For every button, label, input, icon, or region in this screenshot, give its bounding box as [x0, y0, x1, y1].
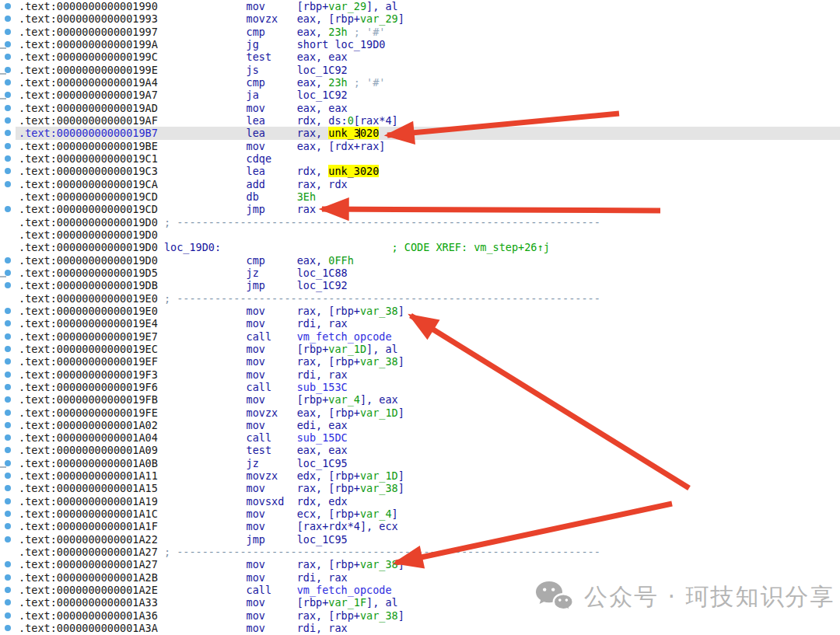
- disasm-line[interactable]: .text:0000000000001A04 call sub_15DC: [0, 431, 840, 444]
- disasm-line[interactable]: .text:00000000000019E4 mov rdi, rax: [0, 317, 840, 330]
- disasm-line[interactable]: .text:00000000000019A4 cmp eax, 23h ; '#…: [0, 76, 840, 89]
- disasm-line[interactable]: .text:00000000000019AD mov eax, eax: [0, 102, 840, 114]
- breakpoint-dot[interactable]: [5, 3, 11, 9]
- breakpoint-dot[interactable]: [5, 625, 11, 631]
- disasm-line[interactable]: .text:0000000000001A02 mov edi, eax: [0, 419, 840, 431]
- disasm-line[interactable]: .text:0000000000001A27 ; ---------------…: [0, 546, 840, 558]
- breakpoint-dot[interactable]: [5, 523, 11, 529]
- disasm-line[interactable]: .text:00000000000019D5 jz loc_1C88: [0, 267, 840, 279]
- disasm-line[interactable]: .text:0000000000001997 cmp eax, 23h ; '#…: [0, 26, 840, 38]
- disasm-line[interactable]: .text:00000000000019CA add rax, rdx: [0, 178, 840, 190]
- breakpoint-dot[interactable]: [5, 612, 11, 619]
- breakpoint-dot[interactable]: [5, 282, 11, 288]
- breakpoint-dot[interactable]: [5, 41, 11, 47]
- breakpoint-dot[interactable]: [5, 372, 11, 378]
- breakpoint-dot[interactable]: [5, 155, 11, 162]
- disasm-line[interactable]: .text:0000000000001A3A mov rdi, rax: [0, 622, 840, 634]
- breakpoint-dot[interactable]: [5, 473, 11, 479]
- disasm-line-text: .text:0000000000001A36 mov rax, [rbp+var…: [19, 609, 404, 622]
- disasm-line[interactable]: .text:00000000000019D0 loc_19D0: ; CODE …: [0, 241, 840, 253]
- breakpoint-dot[interactable]: [5, 384, 11, 390]
- disasm-line[interactable]: .text:00000000000019DB jmp loc_1C92: [0, 279, 840, 291]
- disasm-line-text: .text:00000000000019E0 ; ---------------…: [19, 292, 600, 305]
- disasm-line[interactable]: .text:0000000000001A1F mov [rax+rdx*4], …: [0, 520, 840, 532]
- disasm-line[interactable]: .text:0000000000001A09 test eax, eax: [0, 444, 840, 456]
- disasm-line[interactable]: .text:00000000000019C3 lea rdx, unk_3020: [0, 165, 840, 177]
- disasm-line[interactable]: .text:00000000000019FE movzx eax, [rbp+v…: [0, 406, 840, 419]
- disasm-line[interactable]: .text:00000000000019F6 call sub_153C: [0, 381, 840, 393]
- disasm-line[interactable]: .text:0000000000001A22 jmp loc_1C95: [0, 533, 840, 546]
- breakpoint-dot[interactable]: [5, 410, 11, 416]
- breakpoint-dot[interactable]: [5, 447, 11, 453]
- breakpoint-dot[interactable]: [5, 29, 11, 35]
- disasm-line[interactable]: .text:000000000000199A jg short loc_19D0: [0, 38, 840, 51]
- breakpoint-dot[interactable]: [5, 498, 11, 504]
- breakpoint-dot[interactable]: [5, 346, 11, 352]
- breakpoint-dot[interactable]: [5, 536, 11, 543]
- breakpoint-dot[interactable]: [5, 206, 11, 212]
- disasm-line[interactable]: .text:00000000000019F3 mov rdi, rax: [0, 368, 840, 381]
- disasm-line[interactable]: .text:0000000000001990 mov [rbp+var_29],…: [0, 0, 840, 12]
- disasm-line[interactable]: .text:0000000000001A19 movsxd rdx, edx: [0, 495, 840, 508]
- disasm-line[interactable]: .text:00000000000019D0: [0, 229, 840, 241]
- breakpoint-dot[interactable]: [5, 574, 11, 581]
- disasm-line[interactable]: .text:0000000000001A1C mov ecx, [rbp+var…: [0, 508, 840, 520]
- breakpoint-dot[interactable]: [5, 485, 11, 491]
- breakpoint-dot[interactable]: [5, 320, 11, 326]
- disasm-line[interactable]: .text:00000000000019B7 lea rax, unk_3020: [0, 127, 840, 139]
- disasm-line[interactable]: .text:00000000000019E7 call vm_fetch_opc…: [0, 330, 840, 343]
- breakpoint-dot[interactable]: [5, 105, 11, 111]
- breakpoint-dot[interactable]: [5, 16, 11, 22]
- breakpoint-dot[interactable]: [5, 358, 11, 365]
- disasm-line-text: .text:00000000000019FE movzx eax, [rbp+v…: [19, 406, 404, 419]
- disasm-line[interactable]: .text:00000000000019AF lea rdx, ds:0[rax…: [0, 114, 840, 127]
- disasm-line-text: .text:000000000000199E js loc_1C92: [19, 64, 348, 76]
- breakpoint-dot[interactable]: [5, 92, 11, 98]
- breakpoint-dot[interactable]: [5, 587, 11, 593]
- disasm-line-text: .text:000000000000199C test eax, eax: [19, 51, 348, 63]
- breakpoint-dot[interactable]: [5, 561, 11, 567]
- breakpoint-dot[interactable]: [5, 117, 11, 124]
- breakpoint-dot[interactable]: [5, 67, 11, 73]
- disasm-line[interactable]: .text:0000000000001A0B jz loc_1C95: [0, 457, 840, 469]
- breakpoint-dot[interactable]: [5, 511, 11, 517]
- breakpoint-dot[interactable]: [5, 54, 11, 60]
- breakpoint-dot[interactable]: [5, 308, 11, 314]
- breakpoint-dot[interactable]: [5, 143, 11, 149]
- disasm-line[interactable]: .text:00000000000019FB mov [rbp+var_4], …: [0, 393, 840, 406]
- disasm-line[interactable]: .text:00000000000019D0 cmp eax, 0FFh: [0, 254, 840, 267]
- disasm-line[interactable]: .text:00000000000019D0 ; ---------------…: [0, 216, 840, 229]
- disasm-line[interactable]: .text:0000000000001A11 movzx edx, [rbp+v…: [0, 469, 840, 482]
- breakpoint-dot[interactable]: [5, 270, 11, 276]
- breakpoint-dot[interactable]: [5, 333, 11, 340]
- disasm-line[interactable]: .text:00000000000019EF mov rax, [rbp+var…: [0, 355, 840, 368]
- disasm-line[interactable]: .text:0000000000001993 movzx eax, [rbp+v…: [0, 12, 840, 25]
- breakpoint-dot[interactable]: [5, 460, 11, 466]
- disasm-line-text: .text:00000000000019AD mov eax, eax: [19, 102, 348, 114]
- disasm-line[interactable]: .text:00000000000019BE mov eax, [rdx+rax…: [0, 140, 840, 152]
- disasm-line[interactable]: .text:00000000000019E0 mov rax, [rbp+var…: [0, 305, 840, 317]
- disasm-line[interactable]: .text:000000000000199C test eax, eax: [0, 51, 840, 63]
- breakpoint-dot[interactable]: [5, 396, 11, 403]
- disasm-line[interactable]: .text:000000000000199E js loc_1C92: [0, 64, 840, 76]
- disasm-line[interactable]: .text:00000000000019C1 cdqe: [0, 152, 840, 165]
- breakpoint-dot[interactable]: [5, 79, 11, 85]
- disasm-line[interactable]: .text:00000000000019A7 ja loc_1C92: [0, 89, 840, 101]
- breakpoint-dot[interactable]: [5, 130, 11, 136]
- disasm-line[interactable]: .text:0000000000001A15 mov rax, [rbp+var…: [0, 482, 840, 494]
- disasm-line-text: .text:0000000000001A27 ; ---------------…: [19, 546, 600, 558]
- breakpoint-dot[interactable]: [5, 422, 11, 428]
- breakpoint-dot[interactable]: [5, 257, 11, 263]
- disasm-line[interactable]: .text:00000000000019EC mov [rbp+var_1D],…: [0, 343, 840, 355]
- disasm-line[interactable]: .text:00000000000019CD db 3Eh: [0, 190, 840, 203]
- disasm-line[interactable]: .text:00000000000019E0 ; ---------------…: [0, 292, 840, 305]
- disasm-line[interactable]: .text:0000000000001A27 mov rax, [rbp+var…: [0, 558, 840, 570]
- breakpoint-dot[interactable]: [5, 168, 11, 174]
- jump-flow-mark: [0, 466, 6, 468]
- disasm-line[interactable]: .text:00000000000019CD jmp rax: [0, 203, 840, 215]
- breakpoint-dot[interactable]: [5, 434, 11, 441]
- breakpoint-dot[interactable]: [5, 599, 11, 605]
- breakpoint-dot[interactable]: [5, 181, 11, 187]
- disasm-line-text: .text:0000000000001A27 mov rax, [rbp+var…: [19, 558, 404, 570]
- disasm-line-text: .text:00000000000019E0 mov rax, [rbp+var…: [19, 305, 404, 317]
